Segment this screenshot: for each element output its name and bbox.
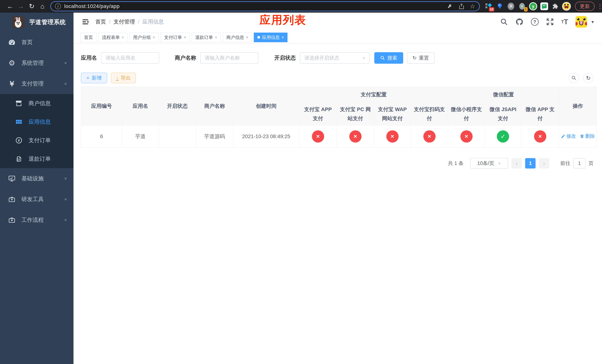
table-row: 6 芋道 芋道源码 2021-10-23 08:49:25 × × × × × … xyxy=(81,125,597,148)
sidebar-item-label: 研发工具 xyxy=(22,195,44,203)
tab-home[interactable]: 首页 xyxy=(81,32,97,42)
breadcrumb-payment[interactable]: 支付管理 xyxy=(113,18,135,26)
browser-menu-icon[interactable]: ⋮ xyxy=(597,3,602,10)
col-app-name: 应用名 xyxy=(122,87,159,125)
chat-extension-icon[interactable] xyxy=(539,1,549,11)
sidebar-item-merchant-info[interactable]: 商户信息 xyxy=(0,94,74,113)
store-icon xyxy=(14,100,23,107)
app-logo-row[interactable]: 芋道管理系统 xyxy=(0,13,74,32)
search-button[interactable]: 搜索 xyxy=(374,52,403,64)
forward-icon[interactable]: → xyxy=(16,2,26,10)
close-icon[interactable]: × xyxy=(281,35,284,40)
wechat-jsapi-status-icon: ✓ xyxy=(497,130,509,143)
app-title: 芋道管理系统 xyxy=(29,18,66,26)
chevron-down-icon: ∨ xyxy=(64,218,67,222)
close-icon[interactable]: × xyxy=(246,35,248,40)
col-wechat-jsapi: 微信 JSAPI 支付 xyxy=(485,102,521,125)
briefcase-icon xyxy=(7,216,16,224)
home-icon[interactable]: ⌂ xyxy=(37,2,48,10)
breadcrumb-current: 应用信息 xyxy=(142,18,164,26)
sidebar-item-dev-tools[interactable]: 研发工具 ∨ xyxy=(0,189,74,210)
sidebar-item-app-info[interactable]: 应用信息 xyxy=(0,113,74,131)
balloon-extension-icon[interactable] xyxy=(495,1,505,11)
command-extension-icon[interactable]: ⌘ xyxy=(506,1,516,11)
sidebar-item-refund-orders[interactable]: 退款订单 xyxy=(0,150,74,168)
app-name-input[interactable] xyxy=(106,55,155,61)
status-label: 开启状态 xyxy=(274,54,296,62)
fullscreen-icon[interactable] xyxy=(546,18,554,26)
site-info-icon[interactable]: i xyxy=(55,3,61,9)
refresh-list-button[interactable]: ↻ xyxy=(583,73,593,83)
close-icon[interactable]: × xyxy=(184,35,186,40)
alipay-wap-status-icon: × xyxy=(386,130,398,143)
export-button[interactable]: ↓ 导出 xyxy=(111,73,136,83)
tab-process-form[interactable]: 流程表单× xyxy=(98,32,128,42)
tab-pay-orders[interactable]: 支付订单× xyxy=(161,32,190,42)
tab-app-info[interactable]: 应用信息× xyxy=(254,32,288,42)
reload-icon[interactable]: ↻ xyxy=(26,2,37,10)
sidebar-item-infrastructure[interactable]: 基础设施 ∨ xyxy=(0,168,74,189)
sidebar-item-label: 首页 xyxy=(22,39,32,46)
page-1-button[interactable]: 1 xyxy=(525,158,536,169)
sidebar-item-label: 商户信息 xyxy=(29,100,51,107)
chevron-down-icon: ∨ xyxy=(64,61,67,65)
reset-button[interactable]: ↻ 重置 xyxy=(407,52,434,64)
recorder-extension-icon[interactable]: 1 xyxy=(517,1,527,11)
hamburger-icon[interactable] xyxy=(82,18,89,26)
font-size-icon[interactable]: TT xyxy=(561,18,568,26)
prev-page-button[interactable]: ‹ xyxy=(511,158,522,169)
avatar-caret-icon[interactable]: ▾ xyxy=(591,19,594,25)
add-button[interactable]: + 新增 xyxy=(81,73,107,83)
address-bar[interactable]: i localhost:1024/pay/app ☆ xyxy=(50,1,480,11)
plus-icon: + xyxy=(86,75,89,81)
tab-user-group[interactable]: 用户分组× xyxy=(129,32,159,42)
app-table: 应用编号 应用名 开启状态 商户名称 创建时间 支付宝配置 微信配置 操作 支付… xyxy=(81,87,593,148)
sidebar-item-workflow[interactable]: 工作流程 ∨ xyxy=(0,210,74,230)
sidebar-item-pay-orders[interactable]: ¥ 支付订单 xyxy=(0,131,74,150)
github-icon[interactable] xyxy=(515,18,524,26)
yuan-icon: ￥ xyxy=(7,80,16,87)
close-icon[interactable]: × xyxy=(122,35,124,40)
status-select[interactable]: 请选择开启状态 ∨ xyxy=(300,52,370,64)
refresh-icon: ↻ xyxy=(412,55,417,61)
chevron-up-icon: ∧ xyxy=(64,82,67,86)
browser-profile-avatar[interactable] xyxy=(562,1,571,11)
tab-refund-orders[interactable]: 退款订单× xyxy=(192,32,221,42)
browser-toolbar: ← → ↻ ⌂ i localhost:1024/pay/app ☆ 10 ⌘ xyxy=(0,0,602,13)
sidebar-item-label: 工作流程 xyxy=(22,216,44,224)
col-status: 开启状态 xyxy=(159,87,196,125)
extension-panel-icon[interactable]: 10 xyxy=(484,1,494,11)
user-avatar[interactable] xyxy=(576,16,587,28)
breadcrumb-home[interactable]: 首页 xyxy=(95,18,106,26)
sidebar: 芋道管理系统 首页 ⚙ 系统管理 ∨ ￥ 支付管理 ∧ 商户信息 xyxy=(0,13,74,364)
extensions-tray: 10 ⌘ 1 y xyxy=(484,1,571,11)
col-alipay-app: 支付宝 APP 支付 xyxy=(299,102,337,125)
extensions-puzzle-icon[interactable] xyxy=(550,1,560,11)
sidebar-item-payment[interactable]: ￥ 支付管理 ∧ xyxy=(0,73,74,94)
back-icon[interactable]: ← xyxy=(5,2,16,10)
edit-link[interactable]: 修改 xyxy=(561,133,576,139)
next-page-button[interactable]: › xyxy=(539,158,549,169)
sidebar-item-system[interactable]: ⚙ 系统管理 ∨ xyxy=(0,53,74,73)
dashboard-icon xyxy=(7,38,16,46)
merchant-name-input[interactable] xyxy=(205,55,254,61)
help-icon[interactable]: ? xyxy=(531,18,539,26)
sidebar-item-home[interactable]: 首页 xyxy=(0,32,74,53)
password-key-icon[interactable] xyxy=(447,3,453,9)
cell-created: 2021-10-23 08:49:25 xyxy=(233,125,299,148)
monitor-icon xyxy=(7,175,16,182)
browser-update-button[interactable]: 更新 xyxy=(575,2,595,11)
y-logo-extension-icon[interactable]: y xyxy=(528,1,538,11)
delete-link[interactable]: 删除 xyxy=(580,133,595,139)
page-size-select[interactable]: 10条/页 ∨ xyxy=(470,158,508,169)
extension-badge: 10 xyxy=(489,7,494,11)
search-icon[interactable] xyxy=(500,18,508,26)
close-icon[interactable]: × xyxy=(153,35,155,40)
share-icon[interactable] xyxy=(459,3,464,9)
tab-merchant-info[interactable]: 商户信息× xyxy=(223,32,252,42)
payment-submenu: 商户信息 应用信息 ¥ 支付订单 退款订单 xyxy=(0,94,74,168)
close-icon[interactable]: × xyxy=(215,35,217,40)
show-search-button[interactable] xyxy=(569,73,579,83)
goto-page-input[interactable] xyxy=(573,158,586,169)
bookmark-star-icon[interactable]: ☆ xyxy=(470,3,475,10)
